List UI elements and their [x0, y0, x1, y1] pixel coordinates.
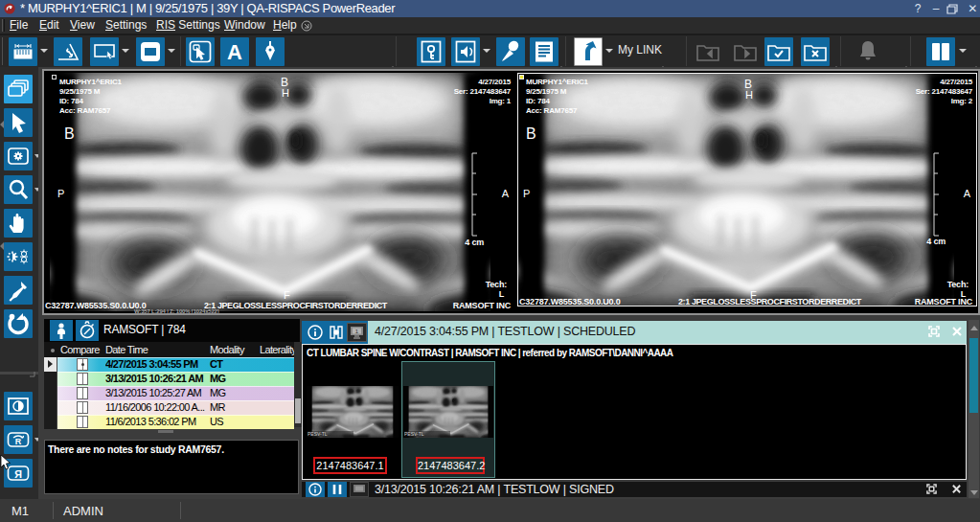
svg-text:A: A	[227, 40, 242, 64]
svg-text:R: R	[15, 437, 22, 446]
svg-text:R: R	[14, 468, 22, 480]
